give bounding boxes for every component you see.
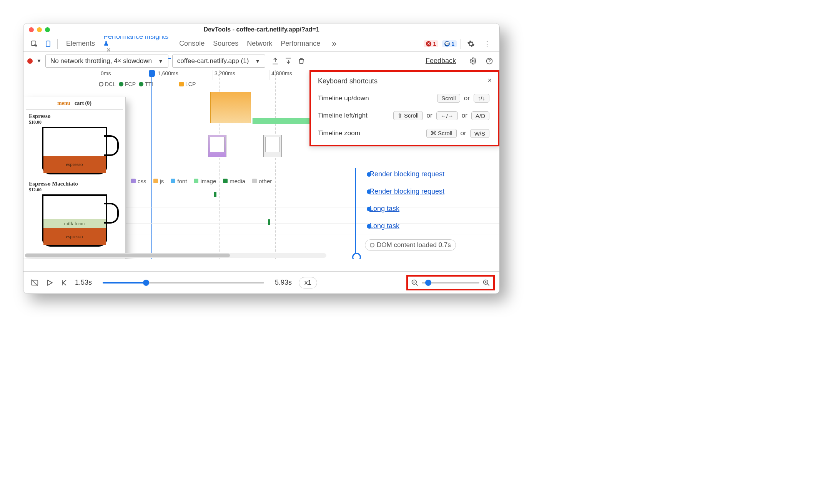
zoom-slider[interactable] — [422, 282, 479, 284]
resource-legend: css js font image media other — [131, 178, 272, 184]
insights-timeline-line — [355, 168, 356, 259]
media-block[interactable] — [214, 192, 216, 197]
device-toolbar-icon[interactable] — [44, 40, 52, 48]
svg-marker-6 — [48, 280, 52, 285]
settings-icon[interactable] — [465, 40, 477, 48]
inspect-element-icon[interactable] — [30, 40, 38, 48]
insight-link[interactable]: Long task — [369, 222, 399, 230]
insight-link[interactable]: Render blocking request — [369, 187, 444, 196]
insight-pill-label: DOM content loaded 0.7s — [377, 241, 451, 249]
total-time: 5.93s — [275, 279, 292, 287]
item-price: $12.00 — [29, 187, 120, 193]
panel-settings-icon[interactable] — [467, 57, 479, 65]
or-text: or — [464, 94, 470, 102]
insight-dot — [367, 172, 371, 177]
insight-link[interactable]: Render blocking request — [369, 170, 444, 178]
guideline — [275, 70, 276, 259]
zoom-out-icon[interactable] — [411, 279, 419, 287]
messages-badge[interactable]: 💬 1 — [442, 40, 457, 47]
export-icon[interactable] — [271, 57, 279, 65]
no-screenshots-icon[interactable] — [30, 279, 39, 287]
insight-pill[interactable]: DOM content loaded 0.7s — [365, 239, 456, 251]
preview-cart: cart (0) — [75, 100, 91, 106]
tab-elements[interactable]: Elements — [66, 36, 95, 51]
tick: 3,200ms — [213, 70, 269, 80]
screenshot-thumb[interactable] — [208, 135, 226, 157]
chevron-down-icon: ▼ — [158, 58, 163, 64]
task-block[interactable] — [253, 118, 310, 124]
cup-layer: espresso — [43, 228, 106, 245]
more-menu-icon[interactable]: ⋮ — [481, 39, 493, 48]
horizontal-scrollbar[interactable] — [25, 253, 326, 258]
playhead-handle[interactable] — [149, 70, 155, 77]
marker-tti: TTI — [139, 81, 153, 87]
error-icon: ✕ — [426, 41, 431, 46]
tab-close-icon[interactable]: × — [106, 46, 111, 54]
insights-list: Render blocking request Render blocking … — [348, 161, 494, 259]
tab-console[interactable]: Console — [179, 36, 205, 51]
more-tabs-button[interactable]: » — [329, 39, 339, 49]
kbd: ↑/↓ — [474, 94, 489, 103]
tab-performance[interactable]: Performance — [281, 36, 320, 51]
main-tabs-row: Elements Performance insights × Console … — [23, 36, 499, 52]
record-menu-caret[interactable]: ▼ — [37, 58, 42, 64]
insight-link[interactable]: Long task — [369, 205, 399, 213]
legend-css: css — [138, 178, 146, 184]
metric-markers: DCL FCP TTI LCP — [99, 81, 196, 87]
seek-knob[interactable] — [143, 280, 149, 286]
kbd: A/D — [471, 111, 489, 120]
messages-icon: 💬 — [444, 41, 450, 46]
legend-other: other — [259, 178, 272, 184]
task-block[interactable] — [210, 92, 251, 123]
import-icon[interactable] — [284, 57, 292, 65]
titlebar: DevTools - coffee-cart.netlify.app/?ad=1 — [23, 23, 499, 36]
item-name: Espresso — [29, 113, 120, 119]
seek-slider[interactable] — [103, 282, 264, 284]
record-button[interactable] — [27, 58, 33, 64]
rewind-button[interactable] — [60, 279, 68, 287]
divider — [463, 56, 463, 66]
timeline-area[interactable]: 0ms 1,600ms 3,200ms 4,800ms DCL FCP TTI … — [23, 70, 499, 259]
shortcuts-title: Keyboard shortcuts — [318, 77, 378, 85]
legend-image: image — [200, 178, 216, 184]
messages-count: 1 — [451, 41, 454, 47]
tick: 1,600ms — [156, 70, 213, 80]
media-block[interactable] — [268, 219, 270, 225]
or-text: or — [462, 112, 467, 119]
recording-label: coffee-cart.netlify.app (1) — [177, 57, 249, 65]
delete-icon[interactable] — [298, 57, 305, 65]
or-text: or — [461, 129, 466, 137]
recording-select[interactable]: coffee-cart.netlify.app (1) ▼ — [172, 55, 265, 68]
ring-icon — [370, 243, 374, 247]
playhead-line[interactable] — [151, 70, 152, 259]
tab-sources[interactable]: Sources — [213, 36, 238, 51]
play-button[interactable] — [46, 279, 53, 287]
insight-dot — [367, 189, 371, 194]
kbd: W/S — [470, 129, 489, 138]
kbd: ←/→ — [436, 111, 458, 120]
zoom-knob[interactable] — [425, 280, 431, 286]
playback-bar: 1.53s 5.93s x1 — [23, 271, 499, 293]
keyboard-shortcuts-popover: Keyboard shortcuts × Timeline up/down Sc… — [309, 70, 499, 146]
window-title: DevTools - coffee-cart.netlify.app/?ad=1 — [23, 26, 499, 33]
close-icon[interactable]: × — [487, 76, 492, 85]
shortcut-label: Timeline zoom — [318, 129, 425, 137]
playback-speed[interactable]: x1 — [299, 277, 317, 288]
kbd: ⌘ Scroll — [426, 129, 457, 138]
error-badge[interactable]: ✕ 1 — [424, 40, 438, 47]
zoom-in-icon[interactable] — [482, 279, 490, 287]
tab-network[interactable]: Network — [247, 36, 272, 51]
scrollbar-thumb[interactable] — [25, 254, 230, 257]
preview-menu: menu — [57, 100, 70, 106]
svg-point-3 — [472, 60, 474, 62]
marker-dcl: DCL — [99, 81, 116, 87]
feedback-link[interactable]: Feedback — [426, 57, 456, 65]
legend-font: font — [177, 178, 187, 184]
item-name: Espresso Macchiato — [29, 181, 120, 187]
error-count: 1 — [433, 41, 436, 47]
insight-dot — [367, 207, 371, 211]
throttling-select[interactable]: No network throttling, 4× slowdown ▼ — [45, 55, 168, 68]
help-icon[interactable] — [483, 57, 496, 65]
beaker-icon — [103, 41, 171, 46]
screenshot-thumb[interactable] — [263, 135, 282, 157]
